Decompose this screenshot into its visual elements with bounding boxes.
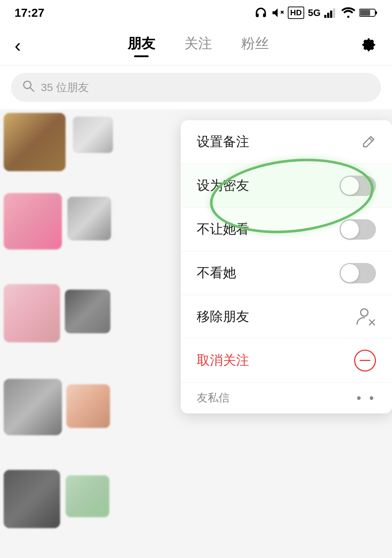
svg-rect-0 [324, 15, 326, 18]
search-placeholder: 35 位朋友 [41, 80, 89, 95]
avatar-blob-7 [4, 379, 62, 435]
svg-point-10 [361, 309, 368, 316]
search-icon [22, 79, 35, 95]
settings-button[interactable] [360, 36, 377, 55]
avatar-blob-8 [66, 384, 110, 428]
svg-rect-2 [330, 11, 332, 18]
hide-from-her-toggle[interactable] [340, 219, 376, 240]
menu-item-partial[interactable]: 友私信 • • [181, 382, 392, 413]
tab-friends[interactable]: 朋友 [128, 34, 155, 56]
nav-bar: ‹ 朋友 关注 粉丝 [0, 25, 392, 66]
avatar-blob-5 [4, 284, 60, 342]
search-bar[interactable]: 35 位朋友 [11, 73, 381, 102]
status-icons: HD 5G [254, 6, 377, 19]
minus-circle-icon [354, 350, 376, 372]
wifi-icon [341, 7, 356, 19]
three-dots-icon: • • [357, 390, 376, 406]
avatar-blob-4 [67, 197, 111, 240]
back-button[interactable]: ‹ [15, 35, 36, 56]
svg-line-9 [369, 138, 372, 141]
avatar-blob-1 [4, 113, 66, 171]
menu-item-set-remark[interactable]: 设置备注 [181, 120, 392, 164]
menu-item-hide-from-her[interactable]: 不让她看 [181, 208, 392, 251]
battery-icon [359, 8, 377, 17]
minus-line [360, 360, 371, 361]
tab-followers[interactable]: 粉丝 [241, 34, 269, 56]
avatar-blob-2 [73, 117, 113, 153]
menu-item-unfollow-label: 取消关注 [197, 351, 249, 369]
mute-icon [271, 6, 284, 19]
status-bar: 17:27 HD 5G [0, 0, 392, 25]
hd-badge: HD [288, 7, 305, 19]
avatar-blob-10 [66, 475, 109, 517]
main-content: 设置备注 设为密友 不让她看 不看她 移除朋友 [0, 109, 392, 558]
menu-item-hide-her[interactable]: 不看她 [181, 251, 392, 295]
partial-item-label: 友私信 [197, 390, 230, 405]
avatar-blob-9 [4, 470, 60, 528]
svg-line-8 [30, 88, 34, 91]
hide-her-toggle[interactable] [340, 263, 376, 283]
menu-item-unfollow[interactable]: 取消关注 [181, 339, 392, 382]
signal-icon [324, 8, 337, 18]
svg-rect-6 [360, 10, 370, 16]
svg-rect-3 [333, 8, 335, 18]
menu-item-remove-friend-label: 移除朋友 [197, 308, 249, 326]
menu-item-close-friend[interactable]: 设为密友 [181, 164, 392, 208]
svg-rect-5 [375, 11, 377, 14]
context-menu: 设置备注 设为密友 不让她看 不看她 移除朋友 [181, 120, 392, 413]
tab-following[interactable]: 关注 [184, 34, 212, 56]
nav-tabs: 朋友 关注 粉丝 [36, 34, 360, 56]
search-section: 35 位朋友 [0, 66, 392, 109]
svg-rect-1 [327, 13, 329, 18]
avatar-blob-3 [4, 193, 62, 249]
menu-item-set-remark-label: 设置备注 [197, 133, 249, 151]
menu-item-hide-her-label: 不看她 [197, 264, 236, 282]
menu-item-close-friend-label: 设为密友 [197, 177, 249, 194]
remove-friend-icon [356, 307, 376, 327]
5g-label: 5G [308, 7, 321, 19]
avatar-blob-6 [65, 290, 110, 333]
status-time: 17:27 [15, 6, 44, 20]
menu-item-hide-from-her-label: 不让她看 [197, 220, 249, 238]
menu-item-remove-friend[interactable]: 移除朋友 [181, 295, 392, 339]
pencil-icon [361, 134, 376, 150]
close-friend-toggle[interactable] [340, 176, 376, 196]
headphone-icon [254, 6, 267, 19]
